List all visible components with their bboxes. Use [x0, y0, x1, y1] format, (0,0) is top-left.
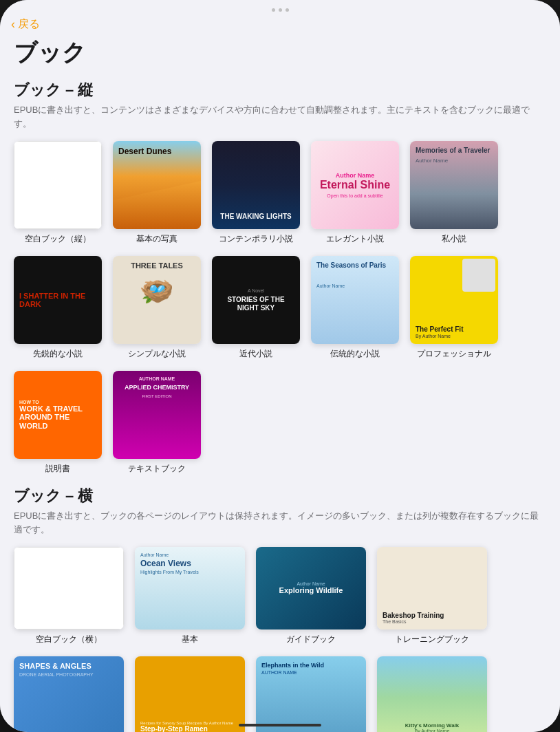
- chemistry-edition: FIRST EDITION: [142, 394, 171, 398]
- chemistry-title: APPLIED CHEMISTRY: [125, 384, 189, 391]
- home-indicator: [239, 724, 321, 726]
- label-personal: 私小説: [442, 233, 466, 245]
- dot-2: [279, 8, 282, 12]
- cover-traditional: The Seasons of Paris Author Name: [311, 256, 399, 344]
- label-elegant: エレガント小説: [326, 233, 384, 245]
- template-avant[interactable]: I SHATTER IN THE DARK 先鋭的な小説: [14, 256, 102, 360]
- cover-basic-photo: Desert Dunes: [113, 141, 201, 229]
- cover-professional: The Perfect Fit By Author Name: [410, 256, 498, 344]
- label-contemporary: コンテンポラリ小説: [219, 233, 293, 245]
- template-textbook[interactable]: AUTHOR NAME APPLIED CHEMISTRY FIRST EDIT…: [113, 371, 201, 475]
- section-vertical-desc: EPUBに書き出すと、コンテンツはさまざまなデバイスや方向に合わせて自動調整され…: [0, 103, 560, 141]
- stories-tag: A Novel: [248, 288, 264, 293]
- label-textbook: テキストブック: [128, 463, 186, 475]
- eternal-sub: Open this to add a subtitle: [327, 193, 383, 198]
- back-label: 戻る: [18, 17, 40, 32]
- label-traditional: 伝統的な小説: [330, 348, 380, 360]
- template-elegant[interactable]: Author Name Eternal Shine Open this to a…: [311, 141, 399, 245]
- shapes-title: SHAPES & ANGLES: [19, 662, 91, 671]
- label-professional: プロフェッショナル: [417, 348, 491, 360]
- shatter-title: I SHATTER IN THE DARK: [19, 292, 96, 308]
- template-photobook[interactable]: SHAPES & ANGLES DRONE AERIAL PHOTOGRAPHY…: [14, 656, 124, 732]
- section-vertical-title: ブック – 縦: [0, 80, 560, 103]
- puzzle-icon: [462, 259, 495, 292]
- wildlife-auth: Author Name: [297, 581, 325, 586]
- template-blank-h[interactable]: 空白ブック（横）: [14, 547, 124, 645]
- label-avant: 先鋭的な小説: [33, 348, 83, 360]
- cover-training: Bakeshop Training The Basics: [377, 547, 487, 629]
- label-basic-photo: 基本の写真: [136, 233, 177, 245]
- template-professional[interactable]: The Perfect Fit By Author Name プロフェッショナル: [410, 256, 498, 360]
- waking-title: THE WAKING LIGHTS: [220, 213, 291, 221]
- wildlife-title: Exploring Wildlife: [279, 586, 343, 595]
- bakeshop-title: Bakeshop Training: [383, 612, 444, 619]
- template-contemporary[interactable]: THE WAKING LIGHTS コンテンポラリ小説: [212, 141, 300, 245]
- template-guidebook[interactable]: Author Name Exploring Wildlife ガイドブック: [256, 547, 366, 645]
- threetales-nest-icon: 🪺: [140, 275, 174, 308]
- threetales-title: THREE TALES: [131, 261, 183, 270]
- top-bar: [0, 0, 560, 14]
- label-blank-v: 空白ブック（縦）: [25, 233, 91, 245]
- cover-elegant: Author Name Eternal Shine Open this to a…: [311, 141, 399, 229]
- template-basic-h[interactable]: Author Name Ocean Views Highlights From …: [135, 547, 245, 645]
- cover-basic-h: Author Name Ocean Views Highlights From …: [135, 547, 245, 629]
- dot-1: [272, 8, 275, 12]
- worktravel-title: WORK & TRAVEL AROUND THE WORLD: [19, 405, 96, 429]
- label-manual: 説明書: [45, 463, 70, 475]
- seasons-title: The Seasons of Paris: [316, 261, 386, 270]
- label-modern: 近代小説: [239, 348, 272, 360]
- back-button[interactable]: ‹ 戻る: [0, 14, 560, 37]
- shapes-sub: DRONE AERIAL PHOTOGRAPHY: [19, 672, 94, 677]
- ocean-title: Ocean Views: [140, 559, 239, 568]
- horizontal-templates-grid: 空白ブック（横） Author Name Ocean Views Highlig…: [0, 547, 560, 732]
- template-report[interactable]: Elephants in the Wild AUTHOR NAME レポート: [256, 656, 366, 732]
- perfectfit-title: The Perfect Fit: [416, 325, 463, 334]
- ocean-auth: Author Name: [140, 552, 239, 557]
- chemistry-auth: AUTHOR NAME: [139, 376, 175, 381]
- template-modern[interactable]: A Novel STORIES OF THE NIGHT SKY 近代小説: [212, 256, 300, 360]
- template-simple[interactable]: THREE TALES 🪺 シンプルな小説: [113, 256, 201, 360]
- eternal-title: Eternal Shine: [320, 179, 390, 191]
- template-blank-v[interactable]: 空白ブック（縦）: [14, 141, 102, 245]
- back-chevron-icon: ‹: [11, 17, 15, 32]
- bakeshop-sub: The Basics: [383, 619, 407, 624]
- desert-title: Desert Dunes: [118, 147, 171, 156]
- page-content: ‹ 戻る ブック ブック – 縦 EPUBに書き出すと、コンテンツはさまざまなデ…: [0, 0, 560, 732]
- stories-title: STORIES OF THE NIGHT SKY: [217, 296, 294, 312]
- morningwalk-title: Kitty's Morning Walk: [405, 722, 460, 729]
- cover-recipe: Recipes for Savory Soup Recipes By Autho…: [135, 656, 245, 732]
- worktravel-label: HOW TO: [19, 400, 39, 405]
- elephants-auth: AUTHOR NAME: [261, 670, 297, 675]
- cover-blank-v: [14, 141, 102, 229]
- section-horizontal-title: ブック – 横: [0, 486, 560, 509]
- label-basic-h: 基本: [182, 634, 198, 645]
- cover-guidebook: Author Name Exploring Wildlife: [256, 547, 366, 629]
- eternal-auth: Author Name: [336, 172, 375, 179]
- elephants-title: Elephants in the Wild: [261, 662, 324, 669]
- template-story[interactable]: Kitty's Morning Walk By Author Name 物語: [377, 656, 487, 732]
- template-basic-photo[interactable]: Desert Dunes 基本の写真: [113, 141, 201, 245]
- seasons-auth: Author Name: [316, 283, 345, 288]
- ipad-device: ‹ 戻る ブック ブック – 縦 EPUBに書き出すと、コンテンツはさまざまなデ…: [0, 0, 560, 732]
- template-personal[interactable]: Memories of a Traveler Author Name 私小説: [410, 141, 498, 245]
- cover-personal: Memories of a Traveler Author Name: [410, 141, 498, 229]
- template-traditional[interactable]: The Seasons of Paris Author Name 伝統的な小説: [311, 256, 399, 360]
- page-title: ブック: [0, 37, 560, 80]
- label-simple: シンプルな小説: [128, 348, 186, 360]
- cover-blank-h: [14, 547, 124, 629]
- label-training: トレーニングブック: [395, 634, 469, 645]
- cover-textbook: AUTHOR NAME APPLIED CHEMISTRY FIRST EDIT…: [113, 371, 201, 459]
- template-manual[interactable]: HOW TO WORK & TRAVEL AROUND THE WORLD 説明…: [14, 371, 102, 475]
- perfectfit-auth: By Author Name: [416, 334, 451, 338]
- cover-avant: I SHATTER IN THE DARK: [14, 256, 102, 344]
- cover-contemporary: THE WAKING LIGHTS: [212, 141, 300, 229]
- cover-simple: THREE TALES 🪺: [113, 256, 201, 344]
- ocean-sub: Highlights From My Travels: [140, 570, 239, 574]
- label-guidebook: ガイドブック: [286, 634, 336, 645]
- ramen-title: Step-by-Step Ramen: [140, 725, 208, 732]
- memories-title: Memories of a Traveler: [416, 147, 490, 155]
- template-training[interactable]: Bakeshop Training The Basics トレーニングブック: [377, 547, 487, 645]
- template-recipe[interactable]: Recipes for Savory Soup Recipes By Autho…: [135, 656, 245, 732]
- label-blank-h: 空白ブック（横）: [36, 634, 102, 645]
- section-horizontal-desc: EPUBに書き出すと、ブックの各ページのレイアウトは保持されます。イメージの多い…: [0, 509, 560, 547]
